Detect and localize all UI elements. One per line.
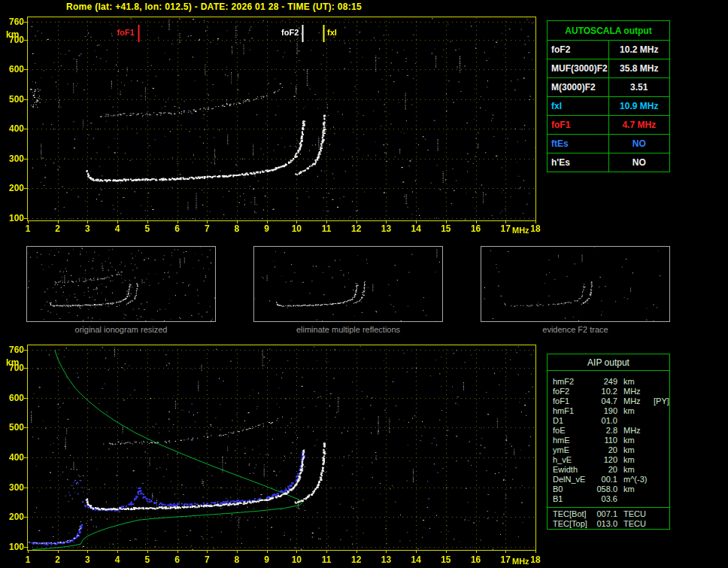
x-axis-tick-label: 5 bbox=[138, 223, 157, 234]
x-axis-tick-label: 15 bbox=[436, 554, 456, 565]
thumbnail-caption-eliminate: eliminate multiple reflections bbox=[253, 325, 443, 334]
aip-tec-row: TEC[Bot]007.1TECU bbox=[553, 509, 669, 519]
aip-param-name: TEC[Bot] bbox=[553, 509, 595, 519]
aip-tec-rows: TEC[Bot]007.1TECUTEC[Top]013.0TECU bbox=[548, 507, 669, 531]
y-axis-tick-label: 500 bbox=[2, 422, 24, 433]
aip-param-name: Ewidth bbox=[553, 465, 595, 475]
x-axis-tick-label: 4 bbox=[108, 223, 127, 234]
aip-param-unit: km bbox=[623, 445, 652, 455]
aip-param-value: 058.0 bbox=[595, 484, 617, 494]
aip-param-unit: TECU bbox=[623, 509, 652, 519]
aip-param-name: h_vE bbox=[553, 455, 595, 465]
aip-param-value: 10.2 bbox=[595, 387, 617, 396]
thumbnail-original-canvas bbox=[27, 247, 215, 321]
aip-row: B103.6 bbox=[553, 494, 669, 504]
autoscala-param-value: 10.9 MHz bbox=[608, 97, 670, 116]
aip-rows: hmF2249kmfoF210.2MHzfoF104.7MHz[PY]hmF11… bbox=[548, 371, 669, 506]
aip-param-unit: TECU bbox=[623, 519, 652, 529]
aip-tec-row: TEC[Top]013.0TECU bbox=[553, 519, 669, 529]
aip-param-value: 120 bbox=[595, 455, 617, 465]
thumbnail-evidence-canvas bbox=[481, 247, 669, 321]
aip-param-value: 007.1 bbox=[595, 509, 617, 519]
x-axis-tick-label: 12 bbox=[347, 223, 366, 234]
marker-label-foF1: foF1 bbox=[109, 28, 135, 37]
aip-param-unit: MHz bbox=[623, 426, 652, 436]
x-axis-tick-label: 2 bbox=[48, 554, 68, 565]
aip-param-unit bbox=[623, 416, 652, 426]
aip-param-value: 20 bbox=[595, 445, 617, 455]
aip-param-unit: m^(-3) bbox=[623, 475, 652, 484]
x-axis-unit-label: MHz bbox=[512, 226, 529, 235]
y-axis-tick-label: 600 bbox=[2, 64, 24, 74]
marker-label-foF2: foF2 bbox=[273, 28, 299, 37]
x-axis-tick-label: 1 bbox=[18, 554, 38, 565]
aip-param-value: 03.6 bbox=[595, 494, 617, 504]
x-axis-tick-label: 8 bbox=[227, 554, 247, 565]
autoscala-param-name: ftEs bbox=[548, 135, 609, 153]
aip-param-unit: km bbox=[623, 484, 652, 494]
top-ionogram-canvas bbox=[0, 12, 544, 238]
bottom-ionogram-canvas bbox=[0, 340, 544, 568]
aip-row: h_vE120km bbox=[553, 455, 669, 465]
aip-param-name: ymE bbox=[553, 445, 595, 455]
autoscala-param-value: 10.2 MHz bbox=[608, 41, 670, 59]
aip-param-value: 013.0 bbox=[595, 519, 617, 529]
x-axis-tick-label: 14 bbox=[406, 223, 426, 234]
x-axis-tick-label: 13 bbox=[376, 554, 396, 565]
x-axis-tick-label: 9 bbox=[257, 223, 277, 234]
top-ionogram-plot: 760700600500400300200100km12345678910111… bbox=[0, 12, 544, 241]
x-axis-tick-label: 16 bbox=[466, 223, 486, 234]
x-axis-tick-label: 8 bbox=[227, 223, 247, 234]
aip-param-unit: km bbox=[623, 377, 652, 387]
x-axis-tick-label: 4 bbox=[108, 554, 127, 565]
y-axis-tick-label: 300 bbox=[2, 153, 24, 164]
aip-row: foF210.2MHz bbox=[553, 387, 669, 396]
aip-param-name: hmE bbox=[553, 436, 595, 445]
autoscala-param-value: NO bbox=[608, 153, 670, 172]
x-axis-tick-label: 16 bbox=[466, 554, 486, 565]
autoscala-param-value: 4.7 MHz bbox=[608, 116, 670, 135]
thumbnail-caption-evidence: evidence F2 trace bbox=[481, 325, 670, 334]
autoscala-row: ftEsNO bbox=[548, 135, 670, 153]
aip-param-name: hmF1 bbox=[553, 406, 595, 416]
x-axis-tick-label: 6 bbox=[168, 223, 187, 234]
y-axis-tick-label: 760 bbox=[2, 17, 24, 27]
aip-param-name: foF2 bbox=[553, 387, 595, 396]
aip-param-value: 04.7 bbox=[595, 396, 617, 406]
aip-param-name: DelN_vE bbox=[553, 475, 595, 484]
x-axis-tick-label: 9 bbox=[257, 554, 277, 565]
aip-row: hmF1190km bbox=[553, 406, 669, 416]
autoscala-param-name: foF2 bbox=[548, 41, 609, 59]
y-axis-tick-label: 400 bbox=[2, 452, 24, 463]
aip-param-value: 190 bbox=[595, 406, 617, 416]
autoscala-row: fxI10.9 MHz bbox=[548, 97, 670, 116]
x-axis-tick-label: 5 bbox=[138, 554, 157, 565]
thumbnail-eliminate-reflections bbox=[253, 246, 443, 322]
aip-output-panel: AIP output hmF2249kmfoF210.2MHzfoF104.7M… bbox=[547, 354, 670, 530]
aip-row: foE2.8MHz bbox=[553, 426, 669, 436]
thumbnail-caption-original: original ionogram resized bbox=[26, 325, 216, 334]
y-axis-tick-label: 300 bbox=[2, 482, 24, 493]
aip-row: D101.0 bbox=[553, 416, 669, 426]
aip-param-name: foE bbox=[553, 426, 595, 436]
aip-row: foF104.7MHz[PY] bbox=[553, 396, 669, 406]
y-axis-tick-label: 760 bbox=[2, 345, 24, 355]
aip-param-name: D1 bbox=[553, 416, 595, 426]
thumbnail-original-ionogram bbox=[26, 246, 216, 322]
y-axis-tick-label: 100 bbox=[2, 213, 24, 223]
aip-param-unit: km bbox=[623, 436, 652, 445]
aip-param-unit: km bbox=[623, 455, 652, 465]
thumbnail-evidence-f2-trace bbox=[481, 246, 670, 322]
aip-param-value: 110 bbox=[595, 436, 617, 445]
aip-param-name: hmF2 bbox=[553, 377, 595, 387]
x-axis-tick-label: 2 bbox=[48, 223, 68, 234]
autoscala-row: foF14.7 MHz bbox=[548, 116, 670, 135]
thumbnail-eliminate-canvas bbox=[254, 247, 442, 321]
x-axis-tick-label: 7 bbox=[197, 554, 217, 565]
aip-param-unit bbox=[623, 494, 652, 504]
marker-label-fxI: fxI bbox=[327, 28, 353, 37]
aip-param-value: 2.8 bbox=[595, 426, 617, 436]
y-axis-tick-label: 200 bbox=[2, 183, 24, 193]
x-axis-tick-label: 10 bbox=[287, 554, 306, 565]
x-axis-tick-label: 12 bbox=[347, 554, 366, 565]
